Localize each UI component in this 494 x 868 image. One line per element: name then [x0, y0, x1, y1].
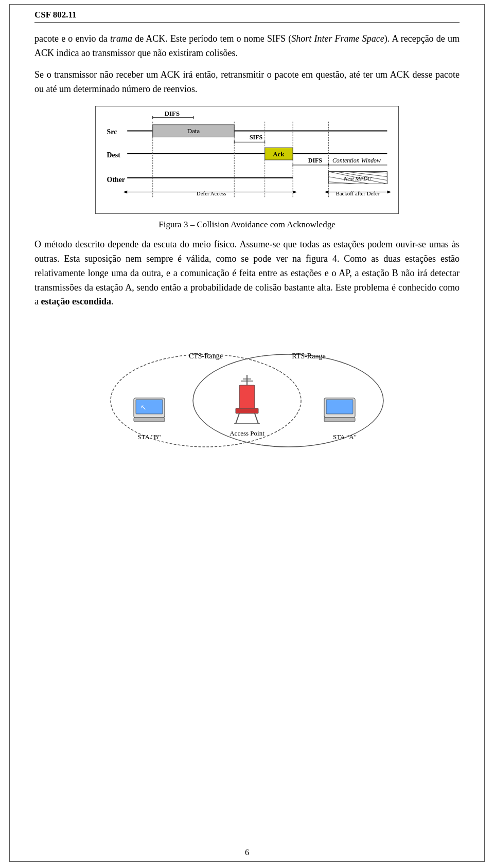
svg-text:Other: Other	[107, 175, 125, 183]
svg-marker-38	[123, 190, 127, 193]
paragraph-1: pacote e o envio da trama de ACK. Este p…	[34, 32, 460, 61]
svg-text:Dest: Dest	[107, 151, 121, 159]
svg-rect-58	[236, 408, 258, 413]
svg-marker-39	[293, 190, 297, 193]
svg-text:DIFS: DIFS	[165, 110, 180, 117]
svg-line-62	[236, 413, 239, 424]
svg-text:DIFS: DIFS	[308, 157, 322, 164]
svg-text:Access Point: Access Point	[230, 429, 264, 437]
paragraph-2: Se o transmissor não receber um ACK irá …	[34, 68, 460, 97]
svg-line-63	[255, 413, 258, 424]
svg-rect-67	[324, 418, 355, 422]
svg-rect-68	[326, 400, 353, 414]
svg-rect-53	[134, 418, 165, 422]
svg-line-32	[328, 182, 356, 184]
svg-text:Defer Access: Defer Access	[197, 190, 226, 196]
svg-text:CTS-Range: CTS-Range	[189, 352, 223, 360]
paragraph-3: O método descrito depende da escuta do m…	[34, 238, 460, 309]
svg-rect-57	[239, 385, 255, 411]
page-number: 6	[245, 848, 249, 857]
svg-marker-42	[387, 190, 391, 193]
svg-text:RTS-Range: RTS-Range	[292, 352, 325, 360]
svg-text:Data: Data	[187, 128, 200, 135]
svg-text:Backoff after Defer: Backoff after Defer	[336, 190, 379, 196]
svg-text:Src: Src	[107, 128, 117, 136]
figure-3-caption: Figura 3 – Collision Avoidance com Ackno…	[158, 218, 335, 231]
figure-3-container: DIFS Src Data SIFS Dest	[34, 106, 460, 231]
svg-marker-41	[325, 190, 329, 193]
svg-rect-54	[136, 400, 163, 414]
timing-diagram-svg: DIFS Src Data SIFS Dest	[95, 106, 399, 214]
svg-text:STA "B": STA "B"	[137, 433, 161, 441]
page-border: CSF 802.11 pacote e o envio da trama de …	[9, 4, 485, 862]
svg-text:SIFS: SIFS	[250, 134, 262, 141]
svg-text:STA "A": STA "A"	[333, 433, 357, 441]
figure-4-svg: CTS-Range RTS-Range ↖ STA "B"	[93, 318, 401, 452]
figure-4-container: CTS-Range RTS-Range ↖ STA "B"	[34, 318, 460, 452]
svg-text:Contention Window: Contention Window	[332, 157, 381, 164]
page-content: pacote e o envio da trama de ACK. Este p…	[34, 32, 460, 452]
svg-text:↖: ↖	[140, 404, 147, 411]
svg-text:Next MPDU: Next MPDU	[343, 175, 372, 181]
header-title: CSF 802.11	[34, 10, 77, 20]
svg-text:Ack: Ack	[273, 151, 285, 158]
page-header: CSF 802.11	[34, 10, 460, 23]
